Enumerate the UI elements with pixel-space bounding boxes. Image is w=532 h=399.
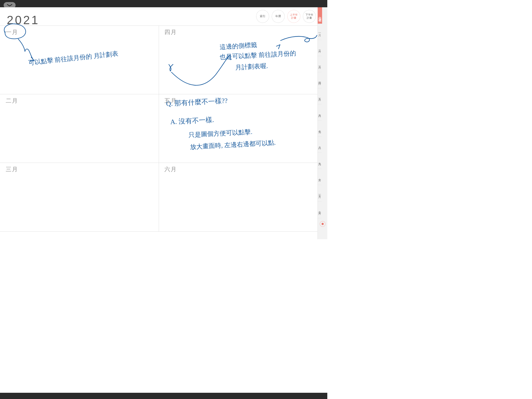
planner-grid: 一月 四月 二月 五月 三月 六月 bbox=[0, 25, 317, 239]
cell-mar[interactable]: 三月 bbox=[0, 163, 159, 231]
app-topbar bbox=[0, 0, 327, 7]
nav-calendar[interactable]: 年曆 bbox=[272, 10, 285, 23]
nav-first-half-plan[interactable]: 上半年 計畫 bbox=[287, 10, 300, 23]
cell-may[interactable]: 五月 bbox=[159, 94, 317, 163]
sidebar-month-2[interactable]: 二月 bbox=[318, 40, 322, 56]
sidebar-month-10[interactable]: 十月 bbox=[318, 169, 322, 185]
cell-feb[interactable]: 二月 bbox=[0, 94, 159, 163]
cell-label-feb: 二月 bbox=[6, 97, 18, 105]
nav-index[interactable]: 索引 bbox=[256, 10, 269, 23]
grid-bottom-line bbox=[0, 231, 317, 232]
cell-apr[interactable]: 四月 bbox=[159, 25, 317, 94]
nav-second-half-plan[interactable]: 下半年 計畫 bbox=[303, 10, 316, 23]
top-nav: 索引 年曆 上半年 計畫 下半年 計畫 bbox=[256, 10, 316, 23]
sidebar-month-6[interactable]: 六月 bbox=[318, 104, 322, 121]
planner-page: 2021 索引 年曆 上半年 計畫 下半年 計畫 年計畫 一月 二月 三月 四月… bbox=[0, 7, 327, 239]
chevron-down-icon bbox=[7, 4, 12, 7]
cell-jan[interactable]: 一月 bbox=[0, 25, 159, 94]
year-title: 2021 bbox=[7, 13, 39, 27]
cell-label-jan: 一月 bbox=[6, 28, 18, 36]
sidebar-month-12[interactable]: 十二月 bbox=[318, 202, 322, 218]
sidebar-month-7[interactable]: 七月 bbox=[318, 121, 322, 137]
cell-label-may: 五月 bbox=[164, 97, 177, 105]
month-sidebar: 年計畫 一月 二月 三月 四月 五月 六月 七月 八月 九月 十月 十一月 十二… bbox=[317, 7, 327, 239]
sidebar-month-8[interactable]: 八月 bbox=[318, 137, 322, 153]
sidebar-year-plan[interactable]: 年計畫 bbox=[318, 7, 322, 24]
sidebar-month-3[interactable]: 三月 bbox=[318, 56, 322, 72]
sidebar-month-4[interactable]: 四月 bbox=[318, 72, 322, 88]
cell-label-apr: 四月 bbox=[164, 28, 177, 36]
sidebar-month-1[interactable]: 一月 bbox=[318, 24, 322, 40]
cell-jun[interactable]: 六月 bbox=[159, 163, 317, 231]
sidebar-month-11[interactable]: 十一月 bbox=[318, 185, 322, 202]
sidebar-month-5[interactable]: 五月 bbox=[318, 88, 322, 104]
cell-label-jun: 六月 bbox=[164, 165, 177, 173]
sidebar-month-9[interactable]: 九月 bbox=[318, 153, 322, 169]
cell-label-mar: 三月 bbox=[6, 165, 18, 173]
sidebar-today-button[interactable] bbox=[318, 218, 327, 230]
target-icon bbox=[320, 221, 325, 227]
